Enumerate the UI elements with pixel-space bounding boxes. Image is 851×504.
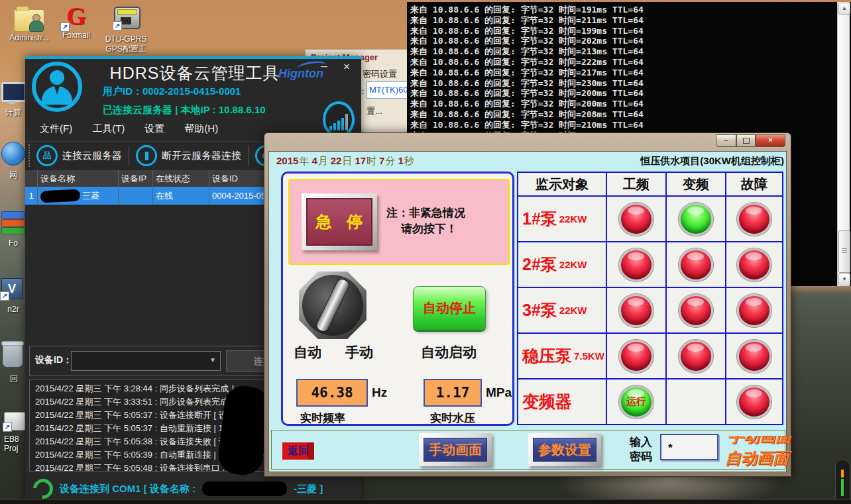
maximize-button[interactable] bbox=[736, 134, 756, 147]
toolbar-separator bbox=[248, 146, 249, 166]
pump-power: 22KW bbox=[559, 213, 587, 225]
redaction-blob bbox=[202, 481, 287, 496]
menu-settings[interactable]: 设置 bbox=[144, 123, 164, 135]
terminal-line: 来自 10.88.6.6 的回复: 字节=32 时间=200ms TTL=64 bbox=[410, 88, 835, 99]
toolbar-label: 断开云服务器连接 bbox=[162, 150, 241, 162]
taskbar-sliver bbox=[0, 499, 851, 504]
close-button[interactable]: × bbox=[339, 60, 354, 75]
desktop-icon-dtu-gprs[interactable]: ↗ DTU-GPRS GPS配置工 bbox=[105, 4, 147, 55]
icon-label-2: GPS配置工 bbox=[105, 44, 147, 55]
cell-online-status: 在线 bbox=[152, 187, 209, 205]
model-field[interactable]: MT(TK)60 bbox=[367, 81, 411, 99]
desktop-icon-administrator[interactable]: Administr... bbox=[9, 5, 49, 42]
password-setting-label: 密码设置 bbox=[363, 68, 397, 80]
cell-index: 1 bbox=[25, 187, 37, 205]
desktop-icon-n2r[interactable]: V ↗ n2r bbox=[1, 278, 25, 314]
manual-screen-label: 手动画面 bbox=[424, 438, 487, 462]
terminal-line: 来自 10.88.6.6 的回复: 字节=32 时间=202ms TTL=64 bbox=[410, 36, 835, 46]
minimize-button[interactable]: – bbox=[716, 134, 736, 147]
desktop: Administr... G ↗ Foxmail ↗ DTU-GPRS GPS配… bbox=[0, 0, 851, 504]
hmi-window: – × 2015年4月22日17时7分1秒 恒压供水项目(30KW机组控制柜) … bbox=[264, 132, 791, 477]
grid-header-cell: 工频 bbox=[607, 173, 665, 195]
manual-screen-button[interactable]: 手动画面 bbox=[419, 433, 492, 466]
auto-stop-button[interactable]: 自动停止 bbox=[413, 286, 486, 330]
terminal-line: 来自 10.88.6.6 的回复: 字节=32 时间=199ms TTL=64 bbox=[410, 26, 835, 36]
pump-power: 22KW bbox=[559, 305, 587, 316]
pump-name: 1#泵 bbox=[522, 208, 557, 230]
scrollbar-thumb[interactable] bbox=[838, 230, 850, 273]
emergency-stop-label: 急 停 bbox=[306, 198, 372, 246]
status-lamp-red bbox=[679, 248, 713, 281]
chevron-down-icon[interactable]: ▼ bbox=[209, 356, 216, 364]
desktop-icon-recycle-bin[interactable]: 回 bbox=[3, 343, 25, 385]
lamp-cell bbox=[607, 197, 665, 241]
header-online-status[interactable]: 在线状态 bbox=[152, 170, 209, 187]
terminal-scrollbar[interactable]: ▲ ▼ bbox=[837, 2, 850, 286]
overlay-text-clipped: 手动画面 bbox=[728, 436, 794, 444]
folder-user-icon bbox=[14, 9, 44, 32]
knob-auto-label: 自动 bbox=[294, 343, 321, 362]
terminal-output: 来自 10.88.6.6 的回复: 字节=32 时间=191ms TTL=64来… bbox=[410, 5, 835, 140]
run-lamp: 运行 bbox=[619, 385, 653, 419]
date-unit: 年 bbox=[299, 155, 309, 166]
desktop-icon-fo[interactable]: Fo bbox=[1, 211, 25, 248]
pressure-display: 1.17 bbox=[424, 379, 482, 407]
auto-manual-knob[interactable] bbox=[298, 270, 368, 340]
control-panel: 急 停 注：非紧急情况 请勿按下！ 自动 手动 自动停止 自动启动 46.38 … bbox=[281, 172, 514, 426]
icon-label: Fo bbox=[1, 238, 25, 248]
terminal-line: 来自 10.88.6.6 的回复: 字节=32 时间=200ms TTL=64 bbox=[410, 99, 835, 109]
lamp-cell bbox=[726, 242, 782, 287]
pump-name: 变频器 bbox=[522, 391, 572, 413]
status-lamp-red bbox=[737, 203, 771, 236]
toolbar-grip bbox=[28, 144, 31, 167]
status-lamp-red bbox=[737, 294, 771, 327]
terminal-line: 来自 10.88.6.6 的回复: 字节=32 时间=230ms TTL=64 bbox=[410, 78, 835, 89]
disconnect-icon bbox=[136, 145, 157, 166]
disconnect-cloud-button[interactable]: 断开云服务器连接 bbox=[136, 145, 241, 166]
toolbar-separator bbox=[129, 146, 129, 166]
back-button[interactable]: 返回 bbox=[282, 442, 314, 460]
icon-label: Administr... bbox=[9, 33, 49, 42]
desktop-icon-foxmail[interactable]: G ↗ Foxmail bbox=[56, 1, 97, 40]
shortcut-arrow-icon: ↗ bbox=[0, 291, 9, 301]
status-lamp-red bbox=[619, 203, 653, 236]
terminal-line: 来自 10.88.6.6 的回复: 字节=32 时间=210ms TTL=64 bbox=[410, 120, 835, 130]
date-number: 4 bbox=[312, 155, 317, 166]
close-button[interactable]: × bbox=[756, 134, 785, 147]
icon-label: Foxmail bbox=[56, 30, 97, 40]
terminal-line: 来自 10.88.6.6 的回复: 字节=32 时间=217ms TTL=64 bbox=[410, 68, 835, 78]
emergency-stop-button[interactable]: 急 停 bbox=[302, 193, 377, 250]
status-lamp-red bbox=[619, 294, 653, 327]
cell-device-name: 三菱 bbox=[37, 187, 118, 205]
pump-power: 22KW bbox=[559, 259, 587, 270]
desktop-icon-network[interactable]: 网 bbox=[1, 142, 25, 181]
connect-cloud-button[interactable]: 品 连接云服务器 bbox=[36, 145, 122, 166]
status-text-suffix: -三菱 ] bbox=[294, 483, 323, 495]
param-settings-button[interactable]: 参数设置 bbox=[528, 433, 601, 466]
header-device-ip[interactable]: 设备IP bbox=[118, 170, 152, 187]
desktop-icon-computer[interactable]: 计算 bbox=[1, 82, 25, 119]
estop-note-line1: 注：非紧急情况 bbox=[386, 205, 465, 221]
network-icon: 品 bbox=[36, 145, 58, 166]
scroll-down-button[interactable]: ▼ bbox=[838, 274, 850, 285]
cell-device-ip bbox=[118, 187, 152, 205]
menu-file[interactable]: 文件(F) bbox=[40, 123, 72, 135]
menu-tools[interactable]: 工具(T) bbox=[92, 123, 125, 135]
header-device-name[interactable]: 设备名称 bbox=[37, 170, 118, 187]
pressure-unit: MPa bbox=[486, 385, 512, 400]
minimize-button[interactable]: – bbox=[317, 59, 331, 74]
window-accent-strip bbox=[25, 56, 361, 59]
shortcut-arrow-icon: ↗ bbox=[60, 23, 70, 32]
icon-label: 回 bbox=[3, 374, 25, 385]
menu-help[interactable]: 帮助(H) bbox=[184, 123, 218, 135]
lamp-cell bbox=[726, 334, 782, 378]
emergency-panel: 急 停 注：非紧急情况 请勿按下！ bbox=[288, 179, 510, 265]
password-input[interactable]: * bbox=[660, 434, 718, 460]
status-lamp-red bbox=[679, 294, 713, 327]
pump-name: 2#泵 bbox=[522, 254, 557, 276]
date-number: 7 bbox=[379, 155, 384, 166]
lamp-cell bbox=[667, 197, 725, 241]
scroll-up-button[interactable]: ▲ bbox=[838, 3, 850, 15]
project-title: 恒压供水项目(30KW机组控制柜) bbox=[640, 155, 784, 168]
device-id-combobox[interactable]: ▼ bbox=[71, 351, 221, 371]
